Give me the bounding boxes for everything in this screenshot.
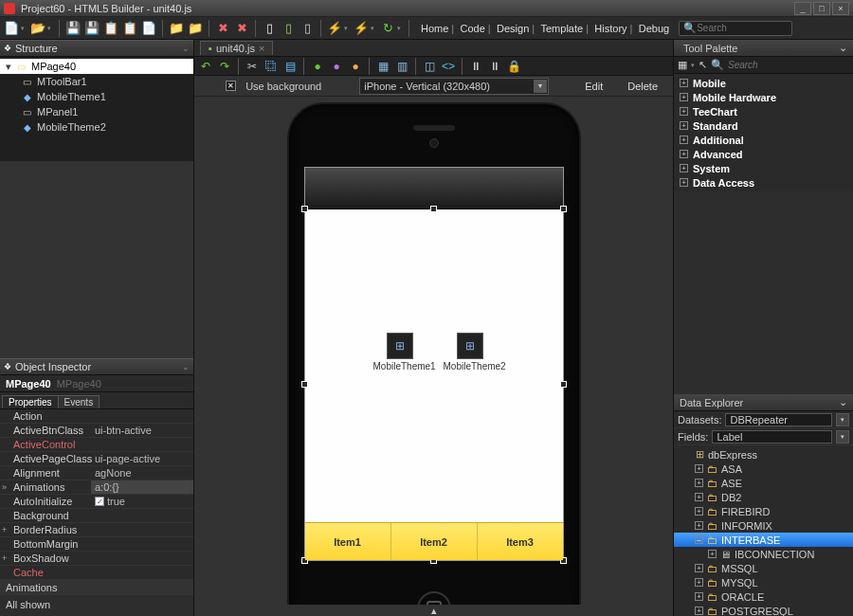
chevron-down-icon[interactable]: ▾ (836, 413, 849, 426)
minimize-button[interactable]: _ (794, 2, 811, 15)
property-row[interactable]: Cache (0, 566, 193, 580)
toolbar-item[interactable]: Item3 (478, 523, 563, 560)
open-icon[interactable]: 📂 (30, 21, 45, 36)
toolbar-item[interactable]: Item2 (391, 523, 478, 560)
doc-icon[interactable]: 📄 (141, 21, 156, 36)
search-input[interactable] (697, 23, 788, 33)
design-surface[interactable]: ⊞ MobileTheme1 ⊞ MobileTheme2 Item1 Item… (305, 209, 563, 560)
collapse-icon[interactable]: ⌄ (182, 362, 190, 371)
folder2-icon[interactable]: 📁 (188, 21, 203, 36)
tree-item[interactable]: ▭MPanel1 (0, 104, 193, 119)
edit-button[interactable]: Edit (577, 78, 610, 95)
property-grid[interactable]: ActionActiveBtnClassui-btn-activeActiveC… (0, 409, 193, 580)
db-tree-item[interactable]: +🗀ORACLE (674, 589, 853, 604)
page2-icon[interactable]: ▯ (281, 21, 296, 36)
db-tree-item[interactable]: +🗀DB2 (674, 490, 853, 504)
designer-canvas[interactable]: ⊞ MobileTheme1 ⊞ MobileTheme2 Item1 Item… (194, 97, 673, 605)
tree-item[interactable]: ◆MobileTheme2 (0, 119, 193, 135)
close-tab-icon[interactable]: × (259, 43, 264, 54)
nav-code[interactable]: Code (461, 23, 485, 34)
page3-icon[interactable]: ▯ (299, 21, 315, 36)
tool-palette-header[interactable]: Tool Palette ⌄ (674, 40, 853, 57)
copy2-icon[interactable]: ⿻ (263, 59, 279, 74)
save-all-icon[interactable]: 💾 (84, 21, 100, 36)
data-explorer-header[interactable]: Data Explorer ⌄ (674, 394, 853, 411)
palette-category[interactable]: +Additional (674, 133, 853, 147)
property-row[interactable]: BottomMargin (0, 537, 193, 552)
collapse-icon[interactable]: ⌄ (182, 44, 190, 53)
toolbar-search[interactable]: 🔍 (679, 21, 792, 36)
toolbar-panel[interactable]: Item1 Item2 Item3 (305, 522, 563, 560)
toolbar-item[interactable]: Item1 (305, 523, 391, 560)
property-row[interactable]: AlignmentagNone (0, 466, 193, 480)
structure-header[interactable]: ❖ Structure ⌄ (0, 40, 193, 57)
add3-icon[interactable]: ● (348, 59, 363, 74)
grid-icon[interactable]: ◫ (422, 59, 437, 74)
db-tree-item[interactable]: ⊞dbExpress (674, 447, 853, 462)
lock-icon[interactable]: 🔒 (506, 59, 521, 74)
mobile-top-bar[interactable] (305, 168, 563, 209)
db-tree-item[interactable]: +🗀ASA (674, 462, 853, 476)
collapse-icon[interactable]: ⌄ (839, 42, 847, 54)
sync-icon[interactable]: ↻ (380, 21, 395, 36)
tab-properties[interactable]: Properties (2, 395, 59, 408)
db-tree-item[interactable]: –🗀INTERBASE (674, 533, 853, 547)
db-tree-item[interactable]: +🗀MSSQL (674, 561, 853, 575)
palette-category[interactable]: +Advanced (674, 147, 853, 161)
run-icon[interactable]: ⚡ (327, 21, 342, 36)
phone-screen[interactable]: ⊞ MobileTheme1 ⊞ MobileTheme2 Item1 Item… (304, 167, 564, 561)
delete2-icon[interactable]: ✖ (234, 21, 249, 36)
nav-history[interactable]: History (594, 23, 626, 34)
cut-icon[interactable]: ✂ (245, 59, 260, 74)
mobile-theme-component[interactable]: ⊞ (387, 333, 413, 359)
chevron-down-icon[interactable]: ▾ (836, 430, 849, 444)
property-row[interactable]: ActiveBtnClassui-btn-active (0, 424, 193, 438)
align2-icon[interactable]: ▥ (394, 59, 409, 74)
nav-home[interactable]: Home (421, 23, 448, 34)
object-component-selector[interactable]: MPage40MPage40 (0, 375, 193, 392)
property-row[interactable]: ActiveControl (0, 438, 193, 452)
property-row[interactable]: +BoxShadow (0, 552, 193, 566)
tree-item[interactable]: ◆MobileTheme1 (0, 89, 193, 104)
save-icon[interactable]: 💾 (65, 21, 81, 36)
property-row[interactable]: Background (0, 509, 193, 523)
device-dropdown[interactable]: iPhone - Vertical (320x480)▾ (359, 78, 549, 95)
palette-category[interactable]: +Data Access (674, 175, 853, 190)
paste-icon[interactable]: 📋 (122, 21, 137, 36)
db-tree-item[interactable]: +🗀POSTGRESQL (674, 604, 853, 616)
new-icon[interactable]: 📄 (4, 21, 19, 36)
ruler2-icon[interactable]: ⏸ (487, 59, 502, 74)
pointer-icon[interactable]: ↖ (699, 59, 707, 71)
nav-debug[interactable]: Debug (639, 23, 669, 34)
property-row[interactable]: AutoInitialize✓true (0, 495, 193, 509)
palette-category[interactable]: +Standard (674, 118, 853, 133)
nav-template[interactable]: Template (541, 23, 584, 34)
property-row[interactable]: +BorderRadius (0, 523, 193, 537)
run2-icon[interactable]: ⚡ (354, 21, 369, 36)
add2-icon[interactable]: ● (329, 59, 344, 74)
palette-category[interactable]: +TeeChart (674, 104, 853, 118)
delete-icon[interactable]: ✖ (215, 21, 230, 36)
add-icon[interactable]: ● (310, 59, 325, 74)
collapse-icon[interactable]: ⌄ (839, 396, 847, 408)
copy-icon[interactable]: 📋 (103, 21, 118, 36)
filter-icon[interactable]: ▦ (678, 59, 687, 71)
paste2-icon[interactable]: ▤ (282, 59, 298, 74)
use-background-checkbox[interactable]: ✕ (226, 81, 236, 91)
palette-category[interactable]: +System (674, 161, 853, 175)
palette-search-input[interactable] (728, 60, 804, 70)
fields-dropdown[interactable]: Label (712, 430, 832, 444)
property-row[interactable]: Action (0, 409, 193, 424)
db-tree-item[interactable]: +🗀INFORMIX (674, 518, 853, 533)
ruler-icon[interactable]: ⏸ (468, 59, 483, 74)
db-tree-item[interactable]: +🗀ASE (674, 476, 853, 490)
file-tab[interactable]: ▪ unit40.js × (200, 41, 273, 55)
page-icon[interactable]: ▯ (262, 21, 277, 36)
undo-icon[interactable]: ↶ (198, 59, 213, 74)
close-button[interactable]: × (832, 2, 849, 15)
expand-arrow-icon[interactable]: ▴ (194, 605, 673, 616)
db-tree-item[interactable]: +🖥IBCONNECTION (674, 547, 853, 561)
object-inspector-header[interactable]: ❖ Object Inspector ⌄ (0, 358, 193, 375)
database-tree[interactable]: ⊞dbExpress+🗀ASA+🗀ASE+🗀DB2+🗀FIREBIRD+🗀INF… (674, 445, 853, 616)
code-icon[interactable]: <> (441, 59, 456, 74)
